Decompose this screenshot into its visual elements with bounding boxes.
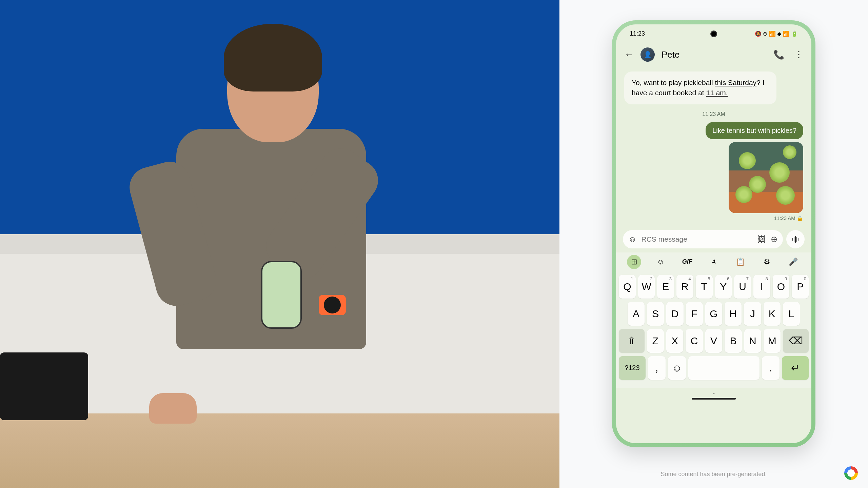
keyboard-row-3: ⇧ Z X C V B N M ⌫ <box>619 329 809 353</box>
key-t[interactable]: 5T <box>696 275 713 299</box>
phone-screen: 11:23 🔕 ⊖ 📶 ◆ 📶 🔋 ← 👤 Pete 📞 ⋮ Yo, want … <box>616 24 811 443</box>
space-key[interactable] <box>688 356 760 380</box>
camera-cutout <box>710 30 717 37</box>
emoji-icon[interactable]: ☺ <box>628 235 637 244</box>
timestamp-center: 11:23 AM <box>624 111 803 117</box>
avatar[interactable]: 👤 <box>640 47 655 62</box>
incoming-message[interactable]: Yo, want to play pickleball this Saturda… <box>624 72 776 104</box>
call-icon[interactable]: 📞 <box>773 49 784 60</box>
key-x[interactable]: X <box>666 329 683 353</box>
key-e[interactable]: 3E <box>657 275 674 299</box>
enter-key[interactable]: ↵ <box>782 356 809 380</box>
key-c[interactable]: C <box>686 329 703 353</box>
clipboard-icon[interactable]: 📋 <box>733 255 747 269</box>
disclaimer-text: Some content has been pre-generated. <box>660 471 767 478</box>
phone-demo-panel: 11:23 🔕 ⊖ 📶 ◆ 📶 🔋 ← 👤 Pete 📞 ⋮ Yo, want … <box>559 0 868 488</box>
plus-icon[interactable]: ⊕ <box>771 235 777 244</box>
period-key[interactable]: . <box>762 356 780 380</box>
gesture-line[interactable] <box>692 398 736 400</box>
message-input-container: ☺ 🖼 ⊕ <box>623 230 783 248</box>
key-k[interactable]: K <box>764 302 781 326</box>
key-u[interactable]: 7U <box>734 275 751 299</box>
key-s[interactable]: S <box>647 302 664 326</box>
status-icons: 🔕 ⊖ 📶 ◆ 📶 🔋 <box>755 30 798 37</box>
phone-frame: 11:23 🔕 ⊖ 📶 ◆ 📶 🔋 ← 👤 Pete 📞 ⋮ Yo, want … <box>612 20 815 447</box>
key-a[interactable]: A <box>628 302 645 326</box>
settings-icon[interactable]: ⚙ <box>760 255 774 269</box>
key-q[interactable]: 1Q <box>619 275 636 299</box>
key-g[interactable]: G <box>705 302 722 326</box>
image-attachment[interactable] <box>729 142 803 213</box>
status-time: 11:23 <box>630 30 645 37</box>
gesture-bar: ⌄ <box>616 388 811 402</box>
key-f[interactable]: F <box>686 302 703 326</box>
outgoing-message[interactable]: Like tennis but with pickles? <box>706 122 803 139</box>
presenter-video-panel <box>0 0 559 488</box>
chat-header: ← 👤 Pete 📞 ⋮ <box>616 43 811 66</box>
key-d[interactable]: D <box>666 302 683 326</box>
key-p[interactable]: 0P <box>792 275 809 299</box>
keyboard-row-2: A S D F G H J K L <box>619 302 809 326</box>
contact-name[interactable]: Pete <box>662 49 767 60</box>
google-logo-icon <box>844 466 858 480</box>
back-arrow-icon[interactable]: ← <box>624 49 634 60</box>
keyboard-row-1: 1Q 2W 3E 4R 5T 6Y 7U 8I 9O 0P <box>619 275 809 299</box>
key-r[interactable]: 4R <box>676 275 693 299</box>
key-h[interactable]: H <box>725 302 742 326</box>
svg-rect-3 <box>796 237 797 242</box>
backspace-key[interactable]: ⌫ <box>783 329 809 353</box>
voice-send-button[interactable] <box>786 230 805 248</box>
svg-rect-0 <box>792 238 793 241</box>
key-i[interactable]: 8I <box>753 275 770 299</box>
key-z[interactable]: Z <box>647 329 664 353</box>
key-j[interactable]: J <box>744 302 761 326</box>
mic-icon[interactable]: 🎤 <box>786 255 801 269</box>
key-v[interactable]: V <box>705 329 722 353</box>
message-input[interactable] <box>642 235 753 243</box>
sticker-icon[interactable]: ☺ <box>653 255 668 269</box>
format-icon[interactable]: A <box>707 255 721 269</box>
presenter <box>108 27 380 400</box>
more-icon[interactable]: ⋮ <box>794 49 803 60</box>
key-b[interactable]: B <box>725 329 742 353</box>
key-o[interactable]: 9O <box>773 275 790 299</box>
key-l[interactable]: L <box>783 302 800 326</box>
numeric-key[interactable]: ?123 <box>619 356 646 380</box>
svg-rect-2 <box>795 236 796 243</box>
key-m[interactable]: M <box>764 329 781 353</box>
svg-rect-1 <box>794 237 794 242</box>
laptop <box>0 352 88 420</box>
gallery-icon[interactable]: 🖼 <box>758 235 766 244</box>
emoji-key[interactable]: ☺ <box>668 356 686 380</box>
timestamp-out: 11:23 AM 🔒 <box>624 215 803 221</box>
comma-key[interactable]: , <box>648 356 666 380</box>
apps-icon[interactable]: ⊞ <box>627 255 641 269</box>
keyboard: 1Q 2W 3E 4R 5T 6Y 7U 8I 9O 0P A S D F G <box>616 271 811 388</box>
keyboard-row-4: ?123 , ☺ . ↵ <box>619 356 809 380</box>
key-w[interactable]: 2W <box>638 275 655 299</box>
key-y[interactable]: 6Y <box>715 275 732 299</box>
key-n[interactable]: N <box>744 329 761 353</box>
desk <box>0 413 559 488</box>
keyboard-toolbar: ⊞ ☺ GIF A 📋 ⚙ 🎤 <box>616 252 811 271</box>
svg-rect-4 <box>798 238 798 241</box>
collapse-keyboard-icon[interactable]: ⌄ <box>712 390 716 395</box>
input-row: ☺ 🖼 ⊕ <box>616 230 811 252</box>
shift-key[interactable]: ⇧ <box>619 329 645 353</box>
chat-body[interactable]: Yo, want to play pickleball this Saturda… <box>616 66 811 230</box>
gif-icon[interactable]: GIF <box>680 255 694 269</box>
